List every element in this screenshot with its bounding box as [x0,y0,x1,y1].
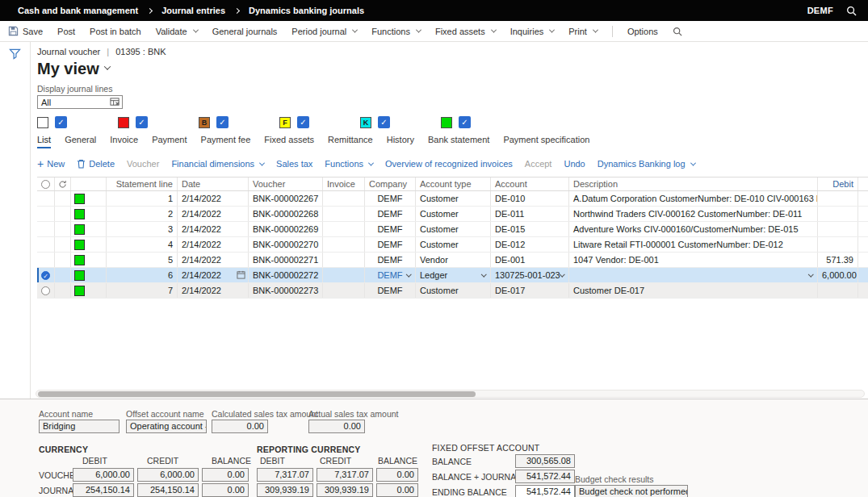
debit-cell[interactable]: 6,000.00 [818,268,858,282]
calculated-sales-tax-field[interactable]: 0.00 [212,420,268,433]
company-cell[interactable]: DEMF [365,207,416,221]
col-description[interactable]: Description [569,178,818,190]
dynamics-banking-log-menu[interactable]: Dynamics Banking log [598,159,695,169]
description-cell[interactable]: A.Datum Corporation CustomerNumber: DE-0… [569,191,818,206]
tab-remittance[interactable]: Remittance [328,135,373,147]
actual-sales-tax-field[interactable]: 0.00 [308,420,365,433]
breadcrumb-journal-entries[interactable]: Journal entries [161,6,225,15]
legend-checkbox-b[interactable]: ✓ [216,116,229,128]
lookup-icon[interactable] [110,97,120,107]
legend-checkbox-red[interactable]: ✓ [136,116,148,128]
row-select[interactable] [37,207,55,221]
date-cell[interactable]: 2/14/2022 [178,207,249,221]
company-cell[interactable]: DEMF [365,237,416,252]
date-cell[interactable]: 2/14/2022 [178,222,249,236]
col-account[interactable]: Account [491,178,569,190]
post-button[interactable]: Post [57,27,75,36]
debit-cell[interactable] [818,191,858,206]
account-type-cell[interactable]: Customer [416,237,491,252]
account-name-field[interactable]: Bridging [39,420,120,433]
debit-cell[interactable] [818,222,858,236]
col-company[interactable]: Company [365,178,416,190]
company-cell[interactable]: DEMF [365,253,416,267]
options-button[interactable]: Options [627,27,658,36]
invoice-cell[interactable] [323,191,365,206]
date-cell[interactable]: 2/14/2022 [178,237,249,252]
row-select[interactable] [37,253,55,267]
voucher-button[interactable]: Voucher [127,159,159,169]
legend-checkbox-blank[interactable]: ✓ [55,116,67,128]
inquiries-menu[interactable]: Inquiries [510,27,555,36]
breadcrumb-banking-journals[interactable]: Dynamics banking journals [249,6,364,15]
print-menu[interactable]: Print [568,27,598,36]
account-cell[interactable]: DE-015 [491,222,569,236]
account-type-cell[interactable]: Vendor [416,253,491,267]
invoice-cell[interactable] [323,283,365,298]
accept-button[interactable]: Accept [525,159,552,169]
fixed-assets-menu[interactable]: Fixed assets [435,27,496,36]
tab-payment-specification[interactable]: Payment specification [503,135,589,147]
grid-functions-menu[interactable]: Functions [325,159,373,169]
general-journals-button[interactable]: General journals [212,27,278,36]
tab-general[interactable]: General [65,135,96,147]
legend-checkbox-green[interactable]: ✓ [459,116,471,128]
search-icon[interactable] [846,6,857,16]
toolbar-search-icon[interactable] [673,27,682,36]
col-date[interactable]: Date [178,178,249,190]
account-cell[interactable]: DE-012 [491,237,569,252]
table-row[interactable]: 5 2/14/2022 BNK-000002271 DEMF Vendor DE… [37,253,868,268]
row-select[interactable] [37,283,55,298]
offset-account-name-field[interactable]: Operating account - ... [126,420,207,433]
invoice-cell[interactable] [323,253,365,267]
voucher-cell[interactable]: BNK-000002273 [249,283,323,298]
table-row[interactable]: 3 2/14/2022 BNK-000002269 DEMF Customer … [37,222,868,237]
legend-checkbox-f[interactable]: ✓ [297,116,309,128]
col-statement-line[interactable]: Statement line [107,178,178,190]
period-journal-menu[interactable]: Period journal [291,27,357,36]
tab-fixed-assets[interactable]: Fixed assets [264,135,314,147]
description-cell[interactable]: Northwind Traders CIV-000162 CustomerNum… [569,207,818,221]
tab-invoice[interactable]: Invoice [110,135,138,147]
invoice-cell[interactable] [323,237,365,252]
description-cell[interactable]: Litware Retail FTI-000001 CustomerNumber… [569,237,818,252]
company-cell[interactable]: DEMF [365,191,416,206]
refresh-icon[interactable] [55,178,71,190]
financial-dimensions-menu[interactable]: Financial dimensions [171,159,264,169]
row-select[interactable] [37,222,55,236]
undo-button[interactable]: Undo [564,159,585,169]
col-account-type[interactable]: Account type [416,178,491,190]
voucher-cell[interactable]: BNK-000002267 [249,191,323,206]
col-voucher[interactable]: Voucher [249,178,323,190]
overview-recognized-invoices-button[interactable]: Overview of recognized invoices [385,159,513,169]
tab-list[interactable]: List [37,135,51,148]
col-invoice[interactable]: Invoice [323,178,365,190]
account-cell[interactable]: DE-011 [491,207,569,221]
account-type-cell[interactable]: Customer [416,207,491,221]
table-row-selected[interactable]: ✓ 6 2/14/2022 BNK-000002272 DEMF Ledger … [37,268,868,283]
save-button[interactable]: Save [8,26,43,36]
description-dropdown[interactable] [569,268,818,282]
voucher-cell[interactable]: BNK-000002268 [249,207,323,221]
functions-menu[interactable]: Functions [371,27,421,36]
account-type-cell[interactable]: Customer [416,222,491,236]
voucher-cell[interactable]: BNK-000002271 [249,253,323,267]
post-in-batch-button[interactable]: Post in batch [90,27,141,36]
account-dropdown[interactable]: 130725-001-023 [491,268,569,282]
invoice-cell[interactable] [323,222,365,236]
account-cell[interactable]: DE-010 [491,191,569,206]
account-type-cell[interactable]: Customer [416,283,491,298]
table-row[interactable]: 1 2/14/2022 BNK-000002267 DEMF Customer … [37,191,868,207]
sales-tax-button[interactable]: Sales tax [276,159,312,169]
date-cell[interactable]: 2/14/2022 [178,191,249,206]
account-cell[interactable]: DE-017 [491,283,569,298]
tab-history[interactable]: History [387,135,414,147]
debit-cell[interactable] [818,237,858,252]
debit-cell[interactable]: 571.39 [818,253,858,267]
description-cell[interactable]: Customer DE-017 [569,283,818,298]
company-picker[interactable]: DEMF [807,6,833,15]
filter-icon[interactable] [9,48,21,60]
invoice-cell[interactable] [323,268,365,282]
row-select[interactable] [37,237,55,252]
description-cell[interactable]: 1047 Vendor: DE-001 [569,253,818,267]
company-cell[interactable]: DEMF [365,283,416,298]
